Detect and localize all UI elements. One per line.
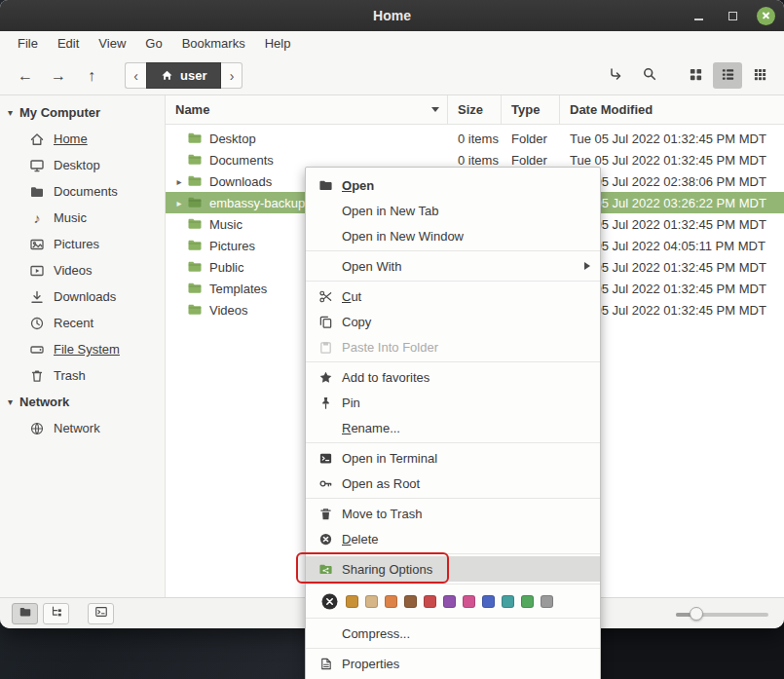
context-menu-item-properties[interactable]: Properties (306, 651, 600, 676)
path-scroll-left-button[interactable]: ‹ (125, 62, 146, 89)
menu-separator (306, 584, 600, 585)
key-icon (317, 475, 333, 491)
sidebar-section-my-computer[interactable]: ▾ My Computer (0, 99, 165, 126)
column-header-size[interactable]: Size (448, 95, 502, 124)
context-menu-item-compress[interactable]: Compress... (306, 621, 600, 646)
filesystem-icon (29, 342, 45, 358)
sidebar-item-home[interactable]: Home (0, 126, 165, 152)
expander-icon[interactable]: ▸ (171, 176, 187, 187)
context-menu-item-sharing-options[interactable]: Sharing Options (306, 556, 600, 582)
context-menu-item-add-to-favorites[interactable]: Add to favorites (306, 364, 600, 390)
minimize-button[interactable] (689, 6, 708, 25)
sidebar-item-documents[interactable]: Documents (0, 178, 165, 205)
folder-color-swatch[interactable] (482, 595, 495, 608)
context-menu-item-cut[interactable]: Cut (306, 283, 600, 309)
desktop-icon (29, 158, 45, 173)
desktop-wallpaper: Home File Edit View Go Bookmarks Help ← … (0, 0, 784, 679)
folder-icon (187, 216, 206, 232)
folder-color-swatch[interactable] (404, 595, 417, 608)
icon-view-button[interactable] (681, 62, 710, 89)
sidebar: ▾ My Computer Home Desktop Documents ♪ (0, 95, 166, 597)
sidebar-section-network[interactable]: ▾ Network (0, 389, 165, 415)
sidebar-item-desktop[interactable]: Desktop (0, 152, 165, 178)
folder-icon (187, 173, 206, 189)
folder-color-swatch[interactable] (521, 595, 534, 608)
folder-color-swatch[interactable] (346, 595, 358, 608)
column-header-date-modified[interactable]: Date Modified (560, 95, 784, 124)
context-menu-item-open-in-terminal[interactable]: Open in Terminal (306, 445, 600, 471)
recent-icon (29, 316, 45, 331)
folder-color-swatch[interactable] (385, 595, 397, 608)
expander-icon[interactable]: ▸ (171, 198, 187, 208)
folder-color-swatches (346, 595, 553, 608)
menu-help[interactable]: Help (255, 31, 301, 57)
menu-edit[interactable]: Edit (48, 31, 89, 57)
menu-bookmarks[interactable]: Bookmarks (172, 31, 255, 57)
context-menu-item-move-to-trash[interactable]: Move to Trash (306, 501, 600, 526)
context-menu-item-pin[interactable]: Pin (306, 390, 600, 415)
context-menu-item-open-as-root[interactable]: Open as Root (306, 471, 600, 496)
terminal-toggle-button[interactable] (88, 603, 114, 624)
context-menu-item-open-in-new-window[interactable]: Open in New Window (306, 223, 600, 248)
breadcrumb-user-button[interactable]: user (146, 62, 221, 89)
zoom-slider[interactable] (676, 604, 768, 623)
up-button[interactable]: ↑ (76, 62, 107, 90)
menu-separator (306, 361, 600, 362)
context-menu-item-open-with[interactable]: Open With (306, 253, 600, 279)
sidebar-item-music[interactable]: ♪ Music (0, 205, 165, 231)
list-view-button[interactable] (713, 62, 742, 89)
context-menu-item-open-in-new-tab[interactable]: Open in New Tab (306, 198, 600, 223)
close-button[interactable] (757, 7, 775, 25)
treeview-icon (50, 605, 63, 622)
titlebar[interactable]: Home (0, 0, 784, 31)
forward-button[interactable]: → (43, 62, 74, 90)
sidebar-item-network[interactable]: Network (0, 415, 165, 441)
sidebar-item-pictures[interactable]: Pictures (0, 231, 165, 257)
file-row-desktop[interactable]: Desktop 0 items Folder Tue 05 Jul 2022 0… (166, 128, 784, 149)
sidebar-item-downloads[interactable]: Downloads (0, 283, 165, 310)
folder-color-swatch[interactable] (443, 595, 456, 608)
sidebar-item-videos[interactable]: Videos (0, 257, 165, 283)
folder-color-swatch[interactable] (365, 595, 378, 608)
compact-view-icon (753, 67, 767, 85)
window-controls (689, 0, 775, 31)
network-icon (29, 421, 45, 436)
context-menu-item-delete[interactable]: Delete (306, 526, 600, 551)
sidebar-item-file-system[interactable]: File System (0, 336, 165, 362)
folder-icon (187, 238, 206, 253)
folder-color-swatch[interactable] (463, 595, 475, 608)
folder-icon (187, 281, 206, 296)
clear-color-button[interactable] (321, 593, 338, 610)
path-scroll-right-button[interactable]: › (221, 62, 243, 89)
search-button[interactable] (635, 62, 664, 89)
column-header-name[interactable]: Name (166, 95, 448, 124)
home-icon (29, 132, 45, 147)
folder-icon (187, 259, 206, 275)
sidebar-item-recent[interactable]: Recent (0, 310, 165, 336)
context-menu-item-rename[interactable]: Rename... (306, 415, 600, 440)
treeview-toggle-button[interactable] (43, 603, 69, 624)
sidebar-item-trash[interactable]: Trash (0, 362, 165, 389)
context-menu: Open Open in New Tab Open in New Window … (305, 167, 601, 679)
folder-color-swatch[interactable] (502, 595, 514, 608)
menu-file[interactable]: File (8, 31, 48, 57)
context-menu-item-open[interactable]: Open (306, 172, 600, 198)
paste-icon (317, 339, 333, 355)
compact-view-button[interactable] (745, 62, 774, 89)
breadcrumb-label: user (180, 68, 206, 83)
zoom-slider-knob[interactable] (690, 607, 703, 621)
context-menu-item-copy[interactable]: Copy (306, 309, 600, 334)
maximize-button[interactable] (723, 6, 742, 25)
folder-color-swatch[interactable] (541, 595, 553, 608)
folder-color-swatch[interactable] (424, 595, 436, 608)
column-header-type[interactable]: Type (502, 95, 560, 124)
places-toggle-button[interactable] (12, 603, 38, 624)
menu-go[interactable]: Go (135, 31, 171, 57)
copy-icon (317, 314, 333, 329)
menu-separator (306, 442, 600, 443)
places-folder-icon (19, 605, 32, 622)
menu-view[interactable]: View (89, 31, 135, 57)
location-entry-button[interactable] (601, 62, 630, 89)
back-button[interactable]: ← (10, 62, 41, 90)
list-view-icon (721, 67, 735, 85)
